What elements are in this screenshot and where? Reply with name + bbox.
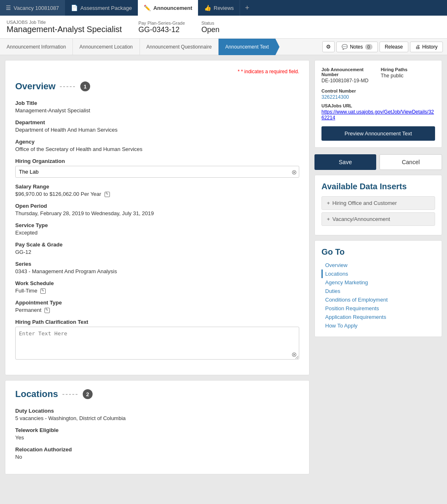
cancel-button[interactable]: Cancel [379,154,442,170]
history-button[interactable]: 🖨 History [410,42,443,52]
appointment-edit-icon[interactable] [44,308,50,313]
goto-how-to-apply[interactable]: How To Apply [321,321,435,330]
hiring-path-clarification-field: Hiring Path Clarification Text ⊗ [15,319,299,361]
nav-tab-announcement[interactable]: ✏️ Announcement [138,0,198,16]
department-field: Department Department of Health And Huma… [15,119,299,133]
usajobs-title-field: USAJOBS Job Title Management-Analyst Spe… [7,20,122,34]
pay-plan-value: GG-0343-12 [138,26,185,34]
salary-field: Salary Range $96,970.00 to $126,062.00 P… [15,183,299,197]
header-info: USAJOBS Job Title Management-Analyst Spe… [0,16,447,39]
goto-card: Go To Overview Locations Agency Marketin… [314,240,442,337]
relocation-field: Relocation Authorized No [15,446,299,460]
required-note: * * indicates a required field. [15,69,299,74]
status-value: Open [201,26,219,34]
job-title-field: Job Title Management-Analyst Specialist [15,100,299,114]
available-data-inserts-card: Available Data Inserts + Hiring Office a… [314,175,442,235]
ann-number-block: Job Announcement Number DE-10081087-19-M… [321,67,376,84]
vacancy-icon: ☰ [6,5,11,11]
release-button[interactable]: Release [379,42,408,52]
appointment-type-field: Appointment Type Permanent [15,300,299,313]
goto-title: Go To [321,247,435,257]
plus-icon-hiring: + [327,200,330,206]
main-content: * * indicates a required field. Overview… [5,60,310,504]
job-info-card: Job Announcement Number DE-10081087-19-M… [314,60,442,148]
hiring-path-textarea[interactable] [15,327,299,360]
nav-tab-reviews-label: Reviews [214,5,234,11]
breadcrumb-tabs: Announcement Information Announcement Lo… [0,39,318,55]
hiring-paths-block: Hiring Paths The public [381,67,435,84]
goto-position-requirements[interactable]: Position Requirements [321,304,435,313]
tab-announcement-questionnaire[interactable]: Announcement Questionnaire [140,39,219,55]
adi-item-hiring-office[interactable]: + Hiring Office and Customer [321,196,435,210]
top-navigation: ☰ Vacancy 10081087 📄 Assessment Package … [0,0,447,16]
pay-scale-field: Pay Scale & Grade GG-12 [15,242,299,255]
save-button[interactable]: Save [314,154,376,170]
nav-tab-assessment-label: Assessment Package [80,5,132,11]
goto-conditions[interactable]: Conditions of Employment [321,295,435,304]
locations-number: 2 [83,389,93,399]
goto-duties[interactable]: Duties [321,287,435,295]
notes-button[interactable]: 💬 Notes 0 [336,42,377,52]
nav-tab-announcement-label: Announcement [153,5,192,11]
breadcrumb-bar: Announcement Information Announcement Lo… [0,39,447,55]
hiring-path-textarea-wrap: ⊗ [15,327,299,361]
hiring-org-input[interactable] [15,166,299,178]
nav-tab-vacancy[interactable]: ☰ Vacancy 10081087 [0,0,65,16]
save-cancel-row: Save Cancel [314,154,442,170]
goto-locations[interactable]: Locations [321,269,435,278]
telework-field: Telework Eligible Yes [15,427,299,441]
overview-title: Overview ----- 1 [15,81,299,92]
main-layout: * * indicates a required field. Overview… [0,55,447,504]
status-label: Status [201,21,219,26]
open-period-field: Open Period Thursday, February 28, 2019 … [15,203,299,216]
assessment-icon: 📄 [71,5,78,11]
nav-tab-assessment[interactable]: 📄 Assessment Package [65,0,138,16]
preview-announcement-button[interactable]: Preview Announcement Text [321,126,435,141]
work-schedule-edit-icon[interactable] [40,288,46,294]
service-type-field: Service Type Excepted [15,222,299,236]
adi-item-vacancy[interactable]: + Vacancy/Announcement [321,212,435,226]
overview-card: * * indicates a required field. Overview… [5,60,310,375]
goto-application-requirements[interactable]: Application Requirements [321,313,435,321]
duty-locations-field: Duty Locations 5 vacancies - Washington,… [15,408,299,421]
notes-badge: 0 [365,44,372,50]
plus-icon-vacancy: + [327,216,330,222]
tab-announcement-information[interactable]: Announcement Information [0,39,73,55]
info-grid: Job Announcement Number DE-10081087-19-M… [321,67,435,84]
locations-title: Locations ----- 2 [15,389,299,399]
tab-announcement-location[interactable]: Announcement Location [73,39,140,55]
status-field: Status Open [201,21,219,34]
reviews-icon: 👍 [204,5,211,11]
hiring-path-clear-button[interactable]: ⊗ [291,351,297,358]
usajobs-url-link[interactable]: https://www.uat.usajobs.gov/GetJob/ViewD… [321,109,434,121]
add-tab-button[interactable]: + [240,0,254,16]
overview-number: 1 [80,81,90,91]
hiring-org-field: Hiring Organization ⊗ [15,158,299,178]
hiring-org-clear-button[interactable]: ⊗ [291,168,297,176]
sidebar: Job Announcement Number DE-10081087-19-M… [314,60,442,504]
goto-agency-marketing[interactable]: Agency Marketing [321,278,435,287]
series-field: Series 0343 - Management And Program Ana… [15,261,299,274]
pay-plan-label: Pay Plan-Series-Grade [138,21,185,26]
usajobs-title-label: USAJOBS Job Title [7,20,122,25]
adi-title: Available Data Inserts [321,182,435,191]
printer-icon: 🖨 [415,44,420,50]
salary-edit-icon[interactable] [105,192,110,197]
nav-tab-vacancy-label: Vacancy 10081087 [14,5,59,11]
work-schedule-field: Work Schedule Full-Time [15,280,299,294]
nav-tab-reviews[interactable]: 👍 Reviews [198,0,240,16]
control-number-block: Control Number 3262214300 [321,88,435,100]
goto-overview[interactable]: Overview [321,261,435,269]
usajobs-url-block: USAJobs URL https://www.uat.usajobs.gov/… [321,103,435,121]
settings-button[interactable]: ⚙ [322,41,335,52]
tab-announcement-text[interactable]: Announcement Text [219,39,276,55]
agency-field: Agency Office of the Secretary of Health… [15,139,299,152]
locations-card: Locations ----- 2 Duty Locations 5 vacan… [5,380,310,474]
chat-icon: 💬 [342,44,348,50]
pay-plan-field: Pay Plan-Series-Grade GG-0343-12 [138,21,185,34]
hiring-org-input-wrap: ⊗ [15,166,299,178]
usajobs-title-value: Management-Analyst Specialist [7,25,122,34]
announcement-icon: ✏️ [144,5,151,11]
breadcrumb-actions: ⚙ 💬 Notes 0 Release 🖨 History [318,41,447,52]
